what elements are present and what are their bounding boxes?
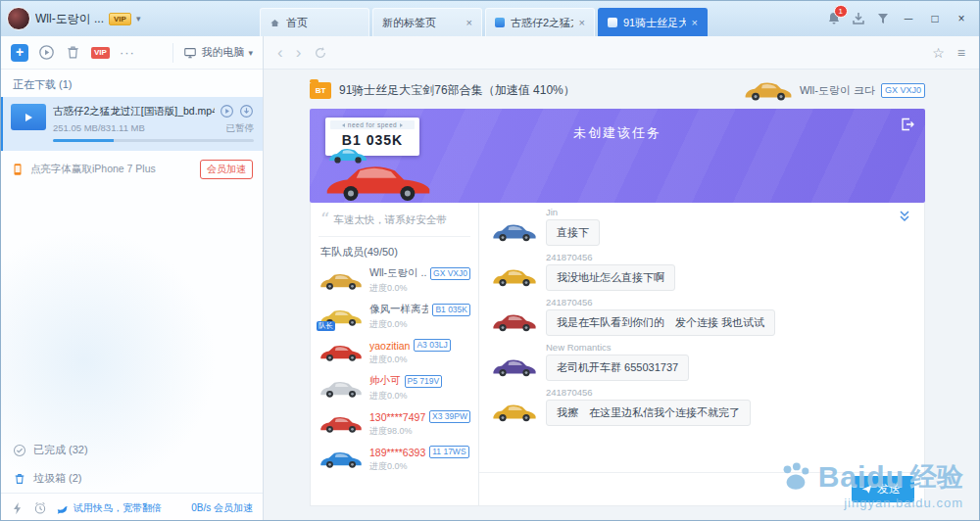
collapse-chat-icon[interactable] — [897, 209, 912, 224]
forward-button[interactable]: › — [296, 45, 302, 61]
member-plate-badge: A3 03LJ — [414, 339, 450, 352]
computer-icon — [183, 46, 197, 60]
minimize-button[interactable]: ─ — [900, 11, 917, 26]
car-icon — [318, 376, 364, 402]
account-area[interactable]: Wll-도랑이 ... VIP ▾ — [7, 7, 260, 30]
trial-label: 试用快鸟，宽带翻倍 — [74, 501, 162, 515]
task-banner: need for speed B1 035K — [310, 109, 925, 203]
trash-label: 垃圾箱 (2) — [33, 471, 82, 486]
tab-home[interactable]: 首页 — [260, 8, 369, 36]
download-task-info: 古惑仔2之猛龙过江[国语版]_bd.mp4 251.05 MB/831.11 M… — [53, 104, 254, 142]
vip-accelerate-icon[interactable]: VIP — [91, 47, 110, 59]
member-name: 像风一样离去 — [369, 303, 428, 316]
start-all-icon[interactable] — [38, 44, 55, 61]
download-task-row[interactable]: 古惑仔2之猛龙过江[国语版]_bd.mp4 251.05 MB/831.11 M… — [1, 97, 263, 151]
downloading-section-header[interactable]: 正在下载 (1) — [1, 70, 263, 97]
tab-new-page[interactable]: 新的标签页 × — [372, 8, 482, 36]
new-task-button[interactable]: + — [11, 44, 28, 62]
message-bubble: 我擦 在这里边私信我个连接不就完了 — [546, 400, 751, 426]
member-row[interactable]: 130****7497 X3 39PW 进度98.0% — [318, 406, 470, 442]
completed-section[interactable]: 已完成 (32) — [1, 436, 263, 464]
more-options-icon[interactable]: ··· — [120, 45, 135, 60]
lightning-icon[interactable] — [11, 501, 24, 515]
member-plate-badge: X3 39PW — [429, 410, 470, 423]
captain-badge: 队长 — [317, 321, 335, 331]
car-icon — [491, 355, 538, 380]
member-name: 130****7497 — [369, 411, 425, 423]
car-icon — [491, 219, 538, 245]
car-icon — [318, 268, 364, 294]
member-car-avatar — [318, 411, 364, 437]
phone-icon — [11, 163, 24, 176]
message-bubble: 我没地址怎么直接下啊 — [546, 264, 675, 291]
close-button[interactable]: × — [953, 11, 970, 26]
sidebar-bottom-bar: 试用快鸟，宽带翻倍 0B/s 会员加速 — [1, 493, 263, 521]
task-title: 91骑士丝足大宝剑76部合集（加速值 410%） — [339, 82, 735, 99]
member-accelerate-button[interactable]: 会员加速 — [200, 160, 253, 179]
resume-download-icon[interactable] — [220, 104, 234, 118]
member-row[interactable]: Wll-도랑이 ... GX VXJ0 进度0.0% — [318, 262, 470, 299]
kuainiao-trial-link[interactable]: 试用快鸟，宽带翻倍 — [56, 501, 162, 515]
tab-label: 91骑士丝足大宝剑... — [623, 16, 686, 30]
current-user-area: Wll-도랑이 크다 GX VXJ0 — [743, 79, 925, 102]
titlebar-actions: 1 ─ □ × — [826, 11, 973, 26]
member-progress: 进度0.0% — [369, 390, 470, 403]
chat-message: Jin — [491, 207, 910, 246]
car-icon — [491, 400, 538, 425]
member-name: 189****6393 — [369, 447, 425, 458]
open-folder-icon[interactable] — [239, 104, 254, 118]
tab-label: 古惑仔2之猛龙过... — [511, 16, 573, 30]
home-icon — [270, 18, 280, 28]
task-header: BT 91骑士丝足大宝剑76部合集（加速值 410%） Wll-도랑이 크다 G… — [310, 75, 925, 105]
message-sender: 241870456 — [546, 387, 910, 398]
send-button[interactable]: 发送 — [852, 476, 914, 502]
close-tab-icon[interactable]: × — [466, 18, 472, 28]
member-row[interactable]: 队长 像风一样离去 B1 035K 进度0.0% — [318, 299, 470, 335]
chevron-down-icon[interactable]: ▾ — [136, 14, 141, 24]
trash-section[interactable]: 垃圾箱 (2) — [1, 464, 263, 493]
message-bubble: 老司机开车群 655031737 — [546, 355, 689, 381]
message-sender: 241870456 — [546, 252, 910, 262]
maximize-button[interactable]: □ — [926, 11, 944, 26]
user-avatar[interactable] — [7, 7, 30, 30]
close-tab-icon[interactable]: × — [692, 18, 698, 28]
member-row[interactable]: 帅小可 P5 719V 进度0.0% — [318, 370, 470, 406]
team-panel: “ 车速太快，请系好安全带 车队成员(49/50) — [311, 203, 479, 505]
back-button[interactable]: ‹ — [277, 45, 283, 61]
my-computer-selector[interactable]: 我的电脑 ▾ — [172, 43, 253, 63]
tab-bt-task-active[interactable]: 91骑士丝足大宝剑... × — [598, 8, 708, 36]
download-tray-icon[interactable] — [851, 11, 866, 26]
member-row[interactable]: yaozitian A3 03LJ 进度0.0% — [318, 335, 470, 370]
completed-label: 已完成 (32) — [33, 443, 88, 457]
filter-funnel-icon[interactable] — [875, 11, 891, 26]
member-row[interactable]: 189****6393 11 17WS 进度0.0% — [318, 442, 470, 477]
quote-icon: “ — [320, 213, 329, 225]
member-progress: 进度0.0% — [369, 282, 470, 295]
favorite-star-icon[interactable]: ☆ — [932, 45, 945, 61]
exit-room-icon[interactable] — [900, 117, 915, 132]
speed-status[interactable]: 0B/s 会员加速 — [191, 501, 253, 515]
chat-message-list: Jin — [479, 203, 924, 472]
member-plate-badge: B1 035K — [432, 304, 470, 316]
close-tab-icon[interactable]: × — [579, 18, 585, 28]
member-name: 帅小可 — [369, 374, 401, 388]
titlebar: Wll-도랑이 ... VIP ▾ 首页 新的标签页 × 古惑仔2之猛龙过...… — [1, 1, 979, 36]
tab-movie[interactable]: 古惑仔2之猛龙过... × — [485, 8, 595, 36]
member-car-avatar — [318, 447, 364, 472]
car-icon — [318, 447, 364, 472]
alarm-clock-icon[interactable] — [33, 501, 47, 515]
notification-bell-icon[interactable]: 1 — [826, 11, 842, 26]
sidebar-spacer — [1, 188, 263, 436]
chat-message: 241870456 — [491, 297, 910, 336]
refresh-icon[interactable] — [314, 46, 327, 60]
promo-row[interactable]: 点亮字体赢取iPhone 7 Plus 会员加速 — [1, 151, 263, 188]
promo-text: 点亮字体赢取iPhone 7 Plus — [30, 163, 194, 176]
browser-toolbar: ‹ › ☆ ≡ — [264, 36, 979, 70]
send-label: 发送 — [877, 481, 901, 497]
message-bubble: 我是在车队看到你们的 发个连接 我也试试 — [546, 309, 775, 336]
member-name: yaozitian — [369, 340, 410, 352]
menu-icon[interactable]: ≡ — [957, 45, 965, 61]
car-icon — [318, 411, 364, 437]
tab-label: 新的标签页 — [382, 16, 461, 30]
delete-task-icon[interactable] — [65, 44, 81, 61]
